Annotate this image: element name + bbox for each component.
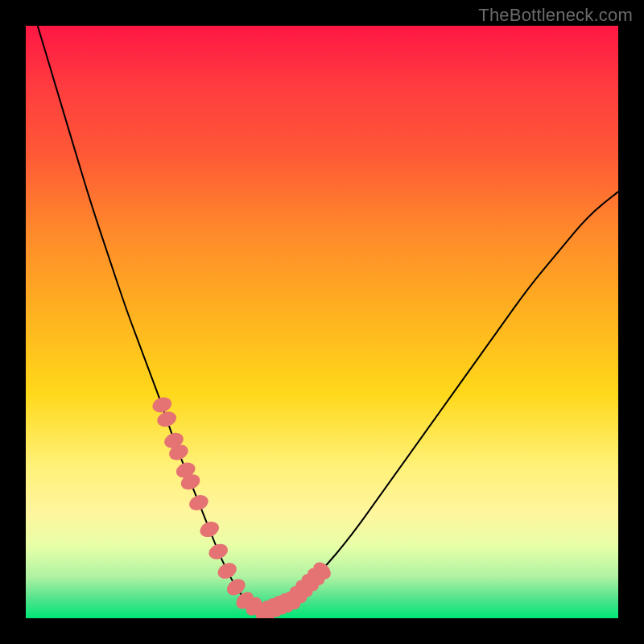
curve-bead: [187, 493, 210, 514]
curve-bead: [198, 519, 221, 540]
bottleneck-curve: [38, 26, 618, 609]
bead-group: [151, 394, 334, 618]
curve-bead: [207, 541, 230, 562]
watermark-text: TheBottleneck.com: [478, 5, 633, 26]
chart-stage: TheBottleneck.com: [0, 0, 644, 644]
plot-area: [26, 26, 618, 618]
curve-overlay: [26, 26, 618, 618]
curve-bead: [215, 560, 239, 582]
